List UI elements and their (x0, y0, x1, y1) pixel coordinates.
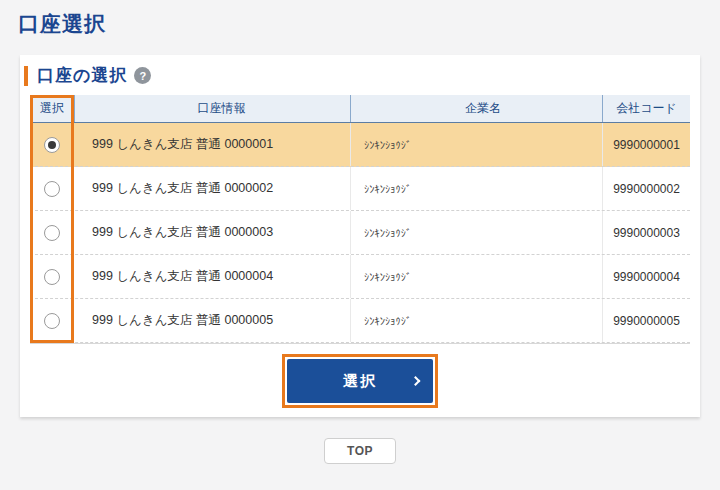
section-accent-bar (24, 66, 28, 86)
radio-cell (30, 255, 74, 298)
table-row[interactable]: 999 しんきん支店 普通 0000005 ｼﾝｷﾝｼｮｳｼﾞ 99900000… (30, 299, 690, 343)
table-header-row: 選択 口座情報 企業名 会社コード (30, 95, 690, 123)
company-name: ｼﾝｷﾝｼｮｳｼﾞ (350, 211, 602, 254)
table-row[interactable]: 999 しんきん支店 普通 0000003 ｼﾝｷﾝｼｮｳｼﾞ 99900000… (30, 211, 690, 255)
radio-cell (30, 299, 74, 342)
account-info: 999 しんきん支店 普通 0000002 (74, 167, 350, 210)
company-name: ｼﾝｷﾝｼｮｳｼﾞ (350, 167, 602, 210)
company-code: 9990000001 (602, 123, 690, 166)
company-code: 9990000002 (602, 167, 690, 210)
radio-cell (30, 211, 74, 254)
section-title: 口座の選択 (37, 64, 127, 87)
account-radio[interactable] (44, 137, 60, 153)
table-row[interactable]: 999 しんきん支店 普通 0000004 ｼﾝｷﾝｼｮｳｼﾞ 99900000… (30, 255, 690, 299)
select-button[interactable]: 選択 (287, 359, 433, 403)
page-title: 口座選択 (18, 10, 106, 38)
account-radio[interactable] (44, 225, 60, 241)
account-radio[interactable] (44, 269, 60, 285)
company-name: ｼﾝｷﾝｼｮｳｼﾞ (350, 255, 602, 298)
chevron-right-icon (411, 376, 421, 386)
select-button-label: 選択 (343, 372, 377, 389)
company-name: ｼﾝｷﾝｼｮｳｼﾞ (350, 299, 602, 342)
account-radio[interactable] (44, 181, 60, 197)
table-row[interactable]: 999 しんきん支店 普通 0000001 ｼﾝｷﾝｼｮｳｼﾞ 99900000… (30, 123, 690, 167)
radio-cell (30, 123, 74, 166)
radio-cell (30, 167, 74, 210)
column-header-select: 選択 (30, 95, 74, 122)
account-info: 999 しんきん支店 普通 0000004 (74, 255, 350, 298)
table-row[interactable]: 999 しんきん支店 普通 0000002 ｼﾝｷﾝｼｮｳｼﾞ 99900000… (30, 167, 690, 211)
select-button-highlight: 選択 (282, 354, 438, 408)
account-info: 999 しんきん支店 普通 0000003 (74, 211, 350, 254)
column-header-account: 口座情報 (74, 95, 350, 122)
account-select-screen: 口座選択 口座の選択 ? 選択 口座情報 企業名 会社コード 999 しんきん支… (0, 0, 720, 490)
account-info: 999 しんきん支店 普通 0000005 (74, 299, 350, 342)
account-table: 選択 口座情報 企業名 会社コード 999 しんきん支店 普通 0000001 … (30, 95, 690, 344)
content-card: 口座の選択 ? 選択 口座情報 企業名 会社コード 999 しんきん支店 普通 … (20, 55, 700, 417)
company-code: 9990000005 (602, 299, 690, 342)
account-radio[interactable] (44, 313, 60, 329)
section-header: 口座の選択 ? (24, 64, 151, 87)
account-info: 999 しんきん支店 普通 0000001 (74, 123, 350, 166)
company-code: 9990000004 (602, 255, 690, 298)
company-code: 9990000003 (602, 211, 690, 254)
top-button[interactable]: TOP (324, 438, 396, 464)
company-name: ｼﾝｷﾝｼｮｳｼﾞ (350, 123, 602, 166)
column-header-company: 企業名 (350, 95, 602, 122)
help-icon[interactable]: ? (134, 67, 151, 84)
column-header-code: 会社コード (602, 95, 690, 122)
